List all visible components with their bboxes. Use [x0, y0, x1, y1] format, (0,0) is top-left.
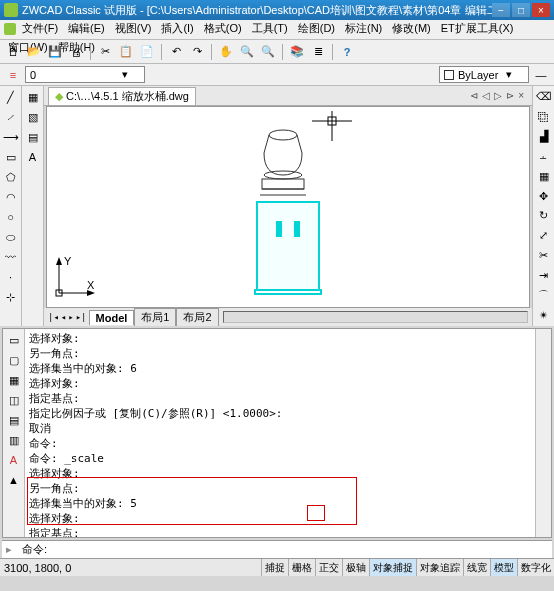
cut-button[interactable]: ✂	[96, 43, 114, 61]
menu-format[interactable]: 格式(O)	[200, 20, 246, 37]
doc-nav-close[interactable]: ×	[516, 90, 526, 101]
multipoint-tool[interactable]: ⊹	[2, 288, 20, 306]
osnap-toggle[interactable]: 对象捕捉	[369, 559, 416, 576]
hatch-tool[interactable]: ▦	[24, 88, 42, 106]
doc-nav-prev[interactable]: ◁	[480, 90, 492, 101]
cmd-scrollbar[interactable]	[535, 329, 551, 537]
model-toggle[interactable]: 模型	[490, 559, 517, 576]
cmd-tool-1[interactable]: ▭	[5, 331, 23, 349]
paste-button[interactable]: 📄	[138, 43, 156, 61]
menu-insert[interactable]: 插入(I)	[157, 20, 197, 37]
print-button[interactable]: 🖨	[67, 43, 85, 61]
menu-et-tools[interactable]: ET扩展工具(X)	[437, 20, 518, 37]
line-tool[interactable]: ╱	[2, 88, 20, 106]
otrack-toggle[interactable]: 对象追踪	[416, 559, 463, 576]
props-button[interactable]: ≣	[309, 43, 327, 61]
doc-nav-next[interactable]: ▷	[492, 90, 504, 101]
tab-nav: |◂ ◂ ▸ ▸|	[46, 312, 89, 322]
text-tool[interactable]: A	[24, 148, 42, 166]
extend-tool[interactable]: ⇥	[535, 266, 553, 284]
ellipse-tool[interactable]: ⬭	[2, 228, 20, 246]
array-tool[interactable]: ▦	[535, 167, 553, 185]
erase-tool[interactable]: ⌫	[535, 88, 553, 106]
cmd-tool-7[interactable]: A	[5, 451, 23, 469]
trim-tool[interactable]: ✂	[535, 247, 553, 265]
cmd-tool-2[interactable]: ▢	[5, 351, 23, 369]
svg-text:X: X	[87, 279, 95, 291]
menu-draw[interactable]: 绘图(D)	[294, 20, 339, 37]
tab-nav-prev[interactable]: ◂	[61, 312, 66, 322]
cmd-tool-8[interactable]: ▲	[5, 471, 23, 489]
command-prompt[interactable]: ▸ 命令:	[2, 540, 552, 558]
fillet-tool[interactable]: ⌒	[535, 286, 553, 304]
tab-nav-last[interactable]: ▸|	[76, 312, 87, 322]
grid-toggle[interactable]: 栅格	[288, 559, 315, 576]
move-tool[interactable]: ✥	[535, 187, 553, 205]
copy-button[interactable]: 📋	[117, 43, 135, 61]
polyline-tool[interactable]: ⟋	[2, 108, 20, 126]
command-history[interactable]: 选择对象: 另一角点: 选择集当中的对象: 6 选择对象: 指定基点: 指定比例…	[25, 329, 535, 537]
explode-tool[interactable]: ✴	[535, 306, 553, 324]
linetype-button[interactable]: —	[532, 66, 550, 84]
workspace: ╱ ⟋ ⟶ ▭ ⬠ ◠ ○ ⬭ 〰 · ⊹ ▦ ▧ ▤ A ◆ C:\…\4.5…	[0, 86, 554, 326]
model-tab[interactable]: Model	[89, 310, 135, 325]
tab-nav-first[interactable]: |◂	[48, 312, 59, 322]
cmd-tool-5[interactable]: ▤	[5, 411, 23, 429]
snap-toggle[interactable]: 捕捉	[261, 559, 288, 576]
tab-nav-next[interactable]: ▸	[68, 312, 73, 322]
doc-nav-first[interactable]: ⊲	[468, 90, 480, 101]
layout1-tab[interactable]: 布局1	[134, 308, 176, 326]
cmd-tool-4[interactable]: ◫	[5, 391, 23, 409]
cmd-tool-6[interactable]: ▥	[5, 431, 23, 449]
rectangle-tool[interactable]: ▭	[2, 148, 20, 166]
point-tool[interactable]: ·	[2, 268, 20, 286]
scale-tool[interactable]: ⤢	[535, 227, 553, 245]
arc-tool[interactable]: ◠	[2, 188, 20, 206]
polar-toggle[interactable]: 极轴	[342, 559, 369, 576]
close-button[interactable]: ×	[532, 3, 550, 17]
offset-tool[interactable]: ⫠	[535, 147, 553, 165]
rotate-tool[interactable]: ↻	[535, 207, 553, 225]
menu-view[interactable]: 视图(V)	[111, 20, 156, 37]
menu-file[interactable]: 文件(F)	[18, 20, 62, 37]
layer-dropdown-icon[interactable]: ≡	[4, 66, 22, 84]
minimize-button[interactable]: −	[492, 3, 510, 17]
menu-tools[interactable]: 工具(T)	[248, 20, 292, 37]
spline-tool[interactable]: 〰	[2, 248, 20, 266]
save-button[interactable]: 💾	[46, 43, 64, 61]
document-tab[interactable]: ◆ C:\…\4.5.1 缩放水桶.dwg	[48, 87, 196, 105]
menu-modify[interactable]: 修改(M)	[388, 20, 435, 37]
ortho-toggle[interactable]: 正交	[315, 559, 342, 576]
svg-point-3	[269, 130, 297, 140]
menu-edit[interactable]: 编辑(E)	[64, 20, 109, 37]
zoom-button[interactable]: 🔍	[238, 43, 256, 61]
layout2-tab[interactable]: 布局2	[176, 308, 218, 326]
color-selector[interactable]: ByLayer ▾	[439, 66, 529, 83]
undo-button[interactable]: ↶	[167, 43, 185, 61]
layer-selector[interactable]: 0 ▾	[25, 66, 145, 83]
mirror-tool[interactable]: ▟	[535, 128, 553, 146]
digitize-toggle[interactable]: 数字化	[517, 559, 554, 576]
region-tool[interactable]: ▧	[24, 108, 42, 126]
maximize-button[interactable]: □	[512, 3, 530, 17]
table-tool[interactable]: ▤	[24, 128, 42, 146]
redo-button[interactable]: ↷	[188, 43, 206, 61]
zoom-ext-button[interactable]: 🔍	[259, 43, 277, 61]
pan-button[interactable]: ✋	[217, 43, 235, 61]
layers-button[interactable]: 📚	[288, 43, 306, 61]
new-button[interactable]: 🗋	[4, 43, 22, 61]
ray-tool[interactable]: ⟶	[2, 128, 20, 146]
menu-logo	[4, 23, 16, 35]
doc-nav-last[interactable]: ⊳	[504, 90, 516, 101]
canvas[interactable]: YX	[46, 106, 530, 308]
lwt-toggle[interactable]: 线宽	[463, 559, 490, 576]
help-button[interactable]: ?	[338, 43, 356, 61]
cmd-tool-3[interactable]: ▦	[5, 371, 23, 389]
circle-tool[interactable]: ○	[2, 208, 20, 226]
h-scrollbar[interactable]	[223, 311, 528, 323]
menu-dimension[interactable]: 标注(N)	[341, 20, 386, 37]
copy-tool[interactable]: ⿻	[535, 108, 553, 126]
open-button[interactable]: 📂	[25, 43, 43, 61]
polygon-tool[interactable]: ⬠	[2, 168, 20, 186]
standard-toolbar: 🗋 📂 💾 🖨 ✂ 📋 📄 ↶ ↷ ✋ 🔍 🔍 📚 ≣ ?	[0, 40, 554, 64]
